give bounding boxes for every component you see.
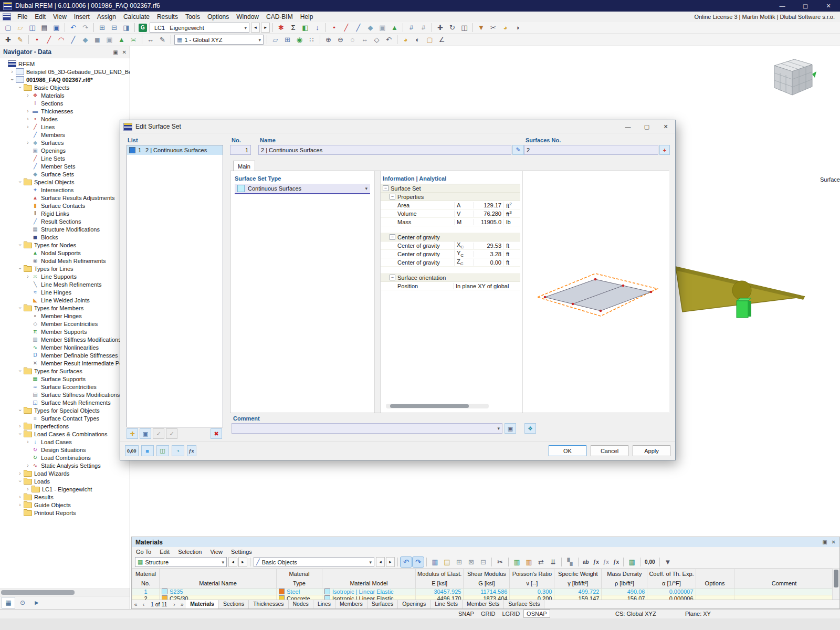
loads-display-icon[interactable]: ↓ [312, 23, 323, 33]
clipping-box-icon[interactable]: ▢ [424, 35, 435, 45]
tree-item-intersections[interactable]: ✦Intersections [0, 186, 130, 194]
table-row[interactable]: 2C25/30ConcreteIsotropic | Linear Elasti… [132, 595, 835, 600]
menu-calculate[interactable]: Calculate [120, 12, 153, 22]
tree-item-surface-mesh-refinements[interactable]: ◱Surface Mesh Refinements [0, 398, 130, 406]
delete-row-icon[interactable]: ⊠ [466, 557, 477, 567]
edit-object-icon[interactable]: ✎ [15, 35, 26, 45]
tree-item-blocks[interactable]: ◼Blocks [0, 233, 130, 241]
table-category-combo[interactable]: ╱Basic Objects▾ [254, 557, 374, 567]
globe-button[interactable]: ◔ [172, 445, 184, 456]
measure-icon[interactable]: ∠ [436, 35, 447, 45]
new-node-icon[interactable]: • [32, 35, 43, 45]
jump-to-graphic-icon[interactable]: ↶ [401, 557, 412, 567]
tree-item-structure-modifications[interactable]: ▦Structure Modifications [0, 225, 130, 233]
previous-view-icon[interactable]: ↶ [383, 35, 394, 45]
tab-main[interactable]: Main [233, 161, 255, 172]
copy-icon[interactable]: ▣ [51, 23, 62, 33]
column-name-subheader[interactable]: Material Name [160, 579, 277, 589]
column-e-subheader[interactable]: E [ksi] [416, 579, 464, 589]
first-table-button[interactable]: « [132, 602, 140, 607]
dialog-title-bar[interactable]: Edit Surface Set — ▢ ✕ [120, 120, 675, 133]
snap-settings-icon[interactable]: ◉ [294, 35, 305, 45]
scrollbar-thumb[interactable] [834, 570, 838, 587]
expand-arrow-icon[interactable]: › [25, 274, 31, 279]
units-icon[interactable]: 0,00 [643, 557, 656, 567]
tree-item-surface-supports[interactable]: ▦Surface Supports [0, 375, 130, 383]
cell-comment[interactable] [734, 589, 834, 595]
box-select-button[interactable]: ■ [141, 445, 154, 456]
tree-item-member-definable-stiffnesses[interactable]: DMember Definable Stiffnesses [0, 351, 130, 359]
formula-edit-icon[interactable]: ƒx [612, 557, 621, 567]
cell-comment[interactable] [734, 595, 834, 600]
table-edit-icon[interactable]: ⊟ [109, 23, 120, 33]
expand-arrow-icon[interactable]: › [17, 494, 23, 500]
new-line-icon[interactable]: ╱ [44, 35, 55, 45]
menu-assign[interactable]: Assign [93, 12, 120, 22]
menu-view[interactable]: View [49, 12, 70, 22]
tree-item-load-wizards[interactable]: ›Load Wizards [0, 469, 130, 477]
close-icon[interactable]: ✕ [817, 0, 840, 12]
tree-item-imperfections[interactable]: ›Imperfections [0, 422, 130, 430]
cell-no[interactable]: 1 [132, 589, 160, 595]
tree-item-line-hinges[interactable]: ≈Line Hinges [0, 288, 130, 296]
fill-down-icon[interactable]: ⇊ [548, 557, 559, 567]
open-model-icon[interactable]: ▱ [15, 23, 26, 33]
save-model-icon[interactable]: ◫ [27, 23, 38, 33]
check-all-button[interactable]: ✓ [153, 428, 164, 439]
tree-item-member-supports[interactable]: πMember Supports [0, 328, 130, 335]
scrollbar-thumb[interactable] [1, 590, 75, 595]
tree-item-member-stiffness-modifications[interactable]: ▥Member Stiffness Modifications [0, 335, 130, 343]
cell-nu[interactable]: 0.200 [510, 595, 554, 600]
tree-item-types-for-special-objects[interactable]: ›Types for Special Objects [0, 406, 130, 414]
pick-surfaces-button[interactable]: + [659, 145, 670, 155]
check-transfer-button[interactable]: ✓ [166, 428, 177, 439]
column-nu-subheader[interactable]: ν [--] [510, 579, 554, 589]
tree-item-types-for-surfaces[interactable]: ›Types for Surfaces [0, 367, 130, 375]
column-comment-subheader[interactable]: Comment [734, 579, 834, 589]
previous-table-button[interactable]: ◂ [228, 557, 237, 567]
annotation-icon[interactable]: ✎ [157, 35, 168, 45]
tab-surfaces[interactable]: Surfaces [368, 600, 398, 608]
tree-item-rfem[interactable]: RFEM [0, 60, 130, 68]
new-arc-icon[interactable]: ◠ [56, 35, 67, 45]
expand-arrow-icon[interactable]: › [25, 124, 31, 130]
dialog-maximize-icon[interactable]: ▢ [637, 120, 656, 133]
table-filter-2-icon[interactable]: ▼ [663, 557, 674, 567]
cell-options[interactable] [696, 589, 734, 595]
next-category-button[interactable]: ▸ [386, 557, 395, 567]
menu-help[interactable]: Help [297, 12, 317, 22]
name-field[interactable]: 2 | Continuous Surfaces [258, 145, 511, 155]
new-member-icon[interactable]: ╱ [68, 35, 79, 45]
apply-button[interactable]: Apply [633, 445, 670, 456]
cell-options[interactable] [696, 595, 734, 600]
materials-menu-settings[interactable]: Settings [227, 549, 256, 555]
tab-line-sets[interactable]: Line Sets [430, 600, 463, 608]
tree-item-load-combinations[interactable]: ↻Load Combinations [0, 454, 130, 461]
navigator-hscrollbar[interactable] [0, 589, 130, 596]
menu-file[interactable]: File [14, 12, 31, 22]
tab-surface-sets[interactable]: Surface Sets [504, 600, 544, 608]
new-opening-icon[interactable]: ▣ [104, 35, 115, 45]
zoom-in-icon[interactable]: ⊕ [323, 35, 334, 45]
cut-icon[interactable]: ✂ [495, 557, 506, 567]
no-field[interactable]: 1 [230, 145, 251, 155]
tree-item-openings[interactable]: ▣Openings [0, 146, 130, 154]
tab-sections[interactable]: Sections [219, 600, 249, 608]
print-icon[interactable]: ▤ [39, 23, 50, 33]
expand-arrow-icon[interactable]: › [25, 486, 31, 492]
expand-arrow-icon[interactable]: › [17, 470, 23, 476]
new-model-icon[interactable]: ▢ [3, 23, 14, 33]
mesh-settings-icon[interactable]: # [418, 23, 429, 33]
menu-insert[interactable]: Insert [70, 12, 93, 22]
tree-item-special-objects[interactable]: ›Special Objects [0, 178, 130, 186]
new-surface-icon[interactable]: ◆ [80, 35, 91, 45]
assign-colors-button[interactable]: ◫ [156, 445, 169, 456]
tree-item-load-cases[interactable]: ›↓Load Cases [0, 438, 130, 446]
undo-icon[interactable]: ↶ [68, 23, 79, 33]
tree-item-member-nonlinearities[interactable]: ∿Member Nonlinearities [0, 343, 130, 351]
expand-arrow-icon[interactable]: › [17, 431, 23, 437]
column-model-subheader[interactable]: Material Model [322, 579, 416, 589]
cell-gamma[interactable]: 499.722 [554, 589, 602, 595]
navigation-cube[interactable] [764, 54, 816, 101]
expand-arrow-icon[interactable]: › [25, 108, 31, 114]
